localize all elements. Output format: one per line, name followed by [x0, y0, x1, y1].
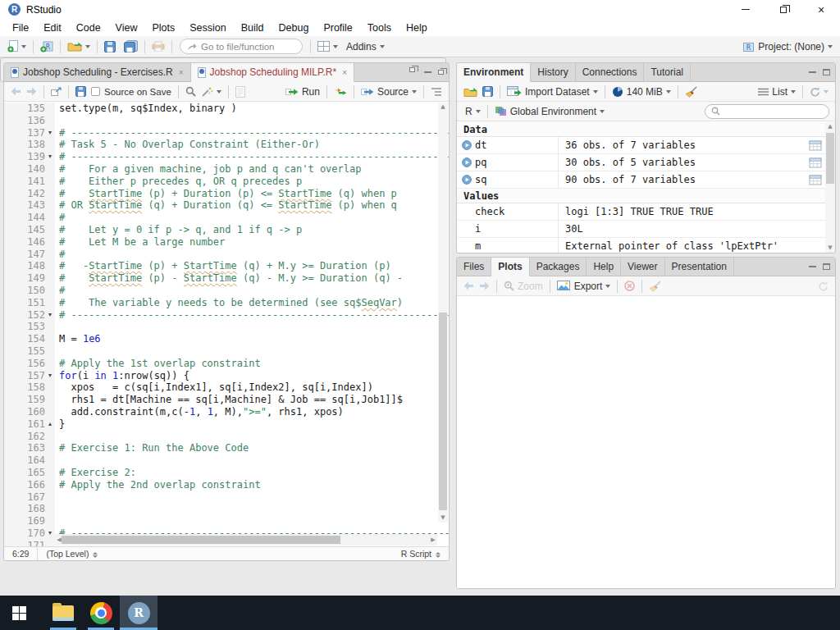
source-tab-jobshop-scheduling-exercises-r[interactable]: Jobshop Scheduling - Exercises.R× [4, 63, 191, 81]
code-line[interactable] [59, 115, 449, 127]
code-line[interactable]: # Either p precedes q, OR q precedes p [59, 176, 449, 188]
view-data-grid-icon[interactable] [809, 158, 822, 168]
save-doc-button[interactable] [73, 84, 89, 98]
remove-plot-button[interactable] [622, 279, 637, 293]
env-tab-environment[interactable]: Environment [457, 63, 531, 82]
expand-play-icon[interactable] [462, 158, 472, 167]
code-line[interactable]: # Exercise 2: [59, 467, 449, 479]
env-scroll-up-icon[interactable]: ▲ [825, 122, 835, 131]
env-row-pq[interactable]: pq30 obs. of 5 variables [457, 154, 835, 171]
code-tools-button[interactable] [199, 84, 224, 98]
code-line[interactable]: # --------------------------------------… [59, 309, 449, 322]
environment-scrollbar[interactable]: ▲ ▼ [825, 122, 835, 253]
goto-file-box[interactable] [180, 39, 303, 54]
menu-build[interactable]: Build [234, 21, 272, 35]
menu-profile[interactable]: Profile [316, 21, 359, 35]
plots-minimize-icon[interactable] [809, 266, 816, 267]
env-refresh-button[interactable] [807, 84, 831, 98]
env-scroll-thumb[interactable] [826, 133, 834, 184]
code-line[interactable]: # For a given machine, job p and q can't… [59, 163, 449, 176]
taskbar-chrome[interactable] [82, 596, 120, 630]
menu-view[interactable]: View [108, 21, 145, 35]
vertical-scroll-thumb[interactable] [439, 313, 447, 510]
source-restore-icon[interactable] [438, 70, 444, 75]
code-line[interactable] [59, 321, 449, 333]
import-dataset-button[interactable]: Import Dataset [504, 84, 600, 99]
scroll-down-icon[interactable]: ▼ [438, 514, 448, 523]
nav-back-button[interactable] [8, 85, 24, 98]
project-selector[interactable]: R Project: (None) [740, 39, 835, 54]
code-line[interactable] [59, 503, 449, 515]
menu-debug[interactable]: Debug [272, 21, 317, 35]
code-line[interactable]: } [59, 418, 449, 431]
env-tab-tutorial[interactable]: Tutorial [644, 63, 691, 81]
env-save-button[interactable] [480, 84, 495, 98]
menu-tools[interactable]: Tools [360, 21, 399, 35]
plots-refresh-button[interactable] [815, 279, 831, 293]
code-line[interactable]: # [59, 212, 449, 224]
env-minimize-icon[interactable] [809, 71, 816, 73]
restore-button[interactable] [765, 0, 802, 19]
fold-arrow-icon[interactable]: ▾ [45, 309, 55, 322]
code-line[interactable] [59, 431, 449, 443]
code-line[interactable] [59, 491, 449, 504]
editor-horizontal-scrollbar[interactable]: ◀ ▶ [55, 534, 437, 546]
memory-usage-button[interactable]: 140 MiB [609, 84, 673, 99]
source-on-save-checkbox[interactable]: Source on Save [89, 85, 174, 98]
list-view-button[interactable]: List [756, 84, 798, 99]
code-line[interactable]: # Task 5 - No Overlap Constraint (Either… [59, 139, 449, 151]
editor-vertical-scrollbar[interactable]: ▲ ▼ [438, 103, 448, 523]
tab-close-icon[interactable]: × [342, 68, 347, 77]
code-line[interactable]: # --------------------------------------… [59, 127, 449, 139]
tab-close-icon[interactable]: × [179, 68, 184, 77]
code-line[interactable]: # Apply the 2nd overlap constraint [59, 479, 449, 491]
language-selector[interactable]: R [463, 104, 483, 119]
expand-play-icon[interactable] [462, 175, 472, 185]
plots-tab-files[interactable]: Files [457, 258, 491, 276]
save-all-button[interactable] [121, 39, 140, 54]
code-line[interactable]: # [59, 285, 449, 297]
code-line[interactable]: # OR StartTime (q) + Duration (q) <= Sta… [59, 199, 449, 212]
code-line[interactable]: # Exercise 1: Run the Above Code [59, 442, 449, 454]
fold-arrow-icon[interactable]: ▾ [45, 127, 55, 139]
menu-code[interactable]: Code [69, 21, 108, 35]
plots-tab-presentation[interactable]: Presentation [665, 258, 734, 276]
menu-help[interactable]: Help [399, 21, 435, 35]
code-line[interactable]: # StartTime (p) - StartTime (q) - M.y >=… [59, 272, 449, 285]
start-button[interactable] [0, 596, 38, 630]
code-line[interactable]: # [59, 249, 449, 261]
source-button[interactable]: Source [358, 84, 419, 99]
code-line[interactable] [59, 345, 449, 358]
taskbar-rstudio[interactable]: R [120, 596, 158, 630]
env-load-button[interactable] [461, 85, 480, 98]
fold-arrow-icon[interactable]: ▾ [45, 370, 55, 382]
environment-search-box[interactable] [705, 104, 829, 119]
compile-report-button[interactable] [233, 84, 248, 99]
console-restore-icon[interactable] [409, 67, 415, 72]
code-line[interactable] [59, 454, 449, 467]
new-project-button[interactable]: R [38, 39, 56, 54]
print-button[interactable] [149, 39, 167, 53]
code-line[interactable]: # StartTime (p) + Duration (p) <= StartT… [59, 188, 449, 200]
environment-selector[interactable]: Global Environment [492, 104, 607, 119]
plots-maximize-icon[interactable] [823, 263, 830, 270]
code-line[interactable]: set.type(m, sq$Index, binary ) [59, 103, 449, 115]
code-line[interactable]: # --------------------------------------… [59, 151, 449, 163]
nav-forward-button[interactable] [24, 85, 39, 98]
scroll-up-icon[interactable]: ▲ [438, 103, 448, 112]
export-button[interactable]: Export [555, 279, 614, 294]
code-line[interactable]: # Apply the 1st overlap constraint [59, 358, 449, 370]
close-button[interactable]: × [802, 0, 840, 19]
fold-arrow-icon[interactable]: ▾ [45, 527, 55, 540]
env-tab-connections[interactable]: Connections [576, 63, 645, 81]
plot-zoom-button[interactable]: Zoom [501, 279, 546, 294]
view-data-grid-icon[interactable] [809, 140, 822, 151]
code-line[interactable]: M = 1e6 [59, 333, 449, 345]
env-row-sq[interactable]: sq90 obs. of 7 variables [457, 171, 835, 189]
minimize-button[interactable] [727, 0, 765, 19]
save-button[interactable] [102, 39, 118, 54]
clear-plots-button[interactable] [646, 279, 664, 294]
env-row-i[interactable]: i30L [457, 221, 835, 238]
env-scroll-down-icon[interactable]: ▼ [825, 244, 835, 253]
env-tab-history[interactable]: History [531, 63, 575, 81]
